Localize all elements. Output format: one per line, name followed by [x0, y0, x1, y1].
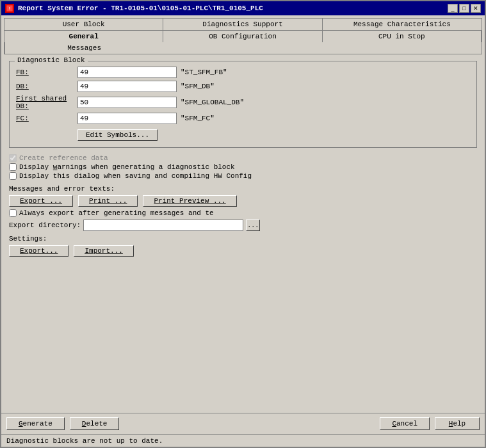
window-title: Report System Error - TR1-0105-01\0105-0… [18, 4, 263, 12]
app-icon: ! [5, 4, 14, 13]
tab-cpu-in-stop[interactable]: CPU in Stop [323, 31, 482, 42]
tab-user-block[interactable]: User Block [4, 19, 163, 30]
title-bar: ! Report System Error - TR1-0105-01\0105… [1, 1, 485, 15]
close-button[interactable]: ✕ [471, 4, 481, 13]
tab-messages[interactable]: Messages [4, 42, 163, 54]
messages-section: Messages and error texts: Export ... Pri… [9, 185, 477, 231]
window-controls: _ □ ✕ [448, 4, 481, 13]
db-row: DB: "SFM_DB" [16, 81, 470, 92]
minimize-button[interactable]: _ [448, 4, 458, 13]
checkboxes-section: Create reference data Display warnings w… [9, 154, 477, 181]
display-warnings-label: Display warnings when generating a diagn… [19, 163, 235, 171]
help-button[interactable]: Help [435, 417, 480, 430]
first-shared-db-row: First shared DB: "SFM_GLOBAL_DB" [16, 95, 470, 110]
fc-symbol: "SFM_FC" [181, 115, 215, 122]
tab-diagnostics-support[interactable]: Diagnostics Support [163, 19, 322, 30]
settings-export-button[interactable]: Export... [9, 245, 69, 257]
fb-label: FB: [16, 68, 74, 76]
always-export-label: Always export after generating messages … [19, 209, 214, 217]
bottom-left-buttons: Generate Delete [6, 417, 119, 430]
edit-symbols-button[interactable]: Edit Symbols... [77, 129, 158, 141]
diagnostic-block-group: Diagnostic Block FB: "ST_SFM_FB" DB: "SF… [9, 61, 477, 148]
tab-message-characteristics[interactable]: Message Characteristics [323, 19, 482, 30]
fb-input[interactable] [77, 67, 177, 78]
generate-button[interactable]: Generate [6, 417, 65, 430]
tab-general[interactable]: General [4, 31, 163, 42]
content-area: User Block Diagnostics Support Message C… [1, 15, 485, 413]
status-text: Diagnostic blocks are not up to date. [6, 437, 163, 445]
diagnostic-block-legend: Diagnostic Block [15, 56, 88, 64]
bottom-bar: Generate Delete Cancel Help [1, 413, 485, 434]
display-warnings-row: Display warnings when generating a diagn… [9, 163, 477, 171]
always-export-row: Always export after generating messages … [9, 209, 477, 217]
tab-ob-configuration[interactable]: OB Configuration [163, 31, 322, 42]
tab-container: User Block Diagnostics Support Message C… [4, 18, 482, 54]
display-dialog-checkbox[interactable] [9, 172, 17, 180]
create-ref-data-checkbox[interactable] [9, 154, 17, 162]
svg-text:!: ! [8, 6, 11, 12]
create-ref-data-row: Create reference data [9, 154, 477, 162]
fc-row: FC: "SFM_FC" [16, 113, 470, 124]
export-dir-label: Export directory: [9, 221, 81, 229]
first-shared-db-label: First shared DB: [16, 95, 74, 110]
display-dialog-row: Display this dialog when saving and comp… [9, 172, 477, 180]
db-input[interactable] [77, 81, 177, 92]
browse-button[interactable]: ... [246, 220, 260, 231]
always-export-checkbox[interactable] [9, 209, 17, 217]
tab-row-2: General OB Configuration CPU in Stop Mes… [4, 31, 482, 54]
main-window: ! Report System Error - TR1-0105-01\0105… [0, 0, 486, 448]
fb-symbol: "ST_SFM_FB" [181, 68, 227, 76]
create-ref-data-label: Create reference data [19, 154, 108, 162]
settings-button-row: Export... Import... [9, 245, 477, 257]
maximize-button[interactable]: □ [459, 4, 469, 13]
bottom-right-buttons: Cancel Help [380, 417, 480, 430]
display-warnings-checkbox[interactable] [9, 163, 17, 171]
export-button[interactable]: Export ... [9, 195, 73, 207]
db-label: DB: [16, 83, 74, 90]
export-dir-row: Export directory: ... [9, 220, 477, 231]
delete-button[interactable]: Delete [70, 417, 120, 430]
messages-button-row: Export ... Print ... Print Preview ... [9, 195, 477, 207]
export-dir-input[interactable] [83, 220, 243, 231]
status-bar: Diagnostic blocks are not up to date. [1, 434, 485, 447]
tab-row-1: User Block Diagnostics Support Message C… [4, 19, 482, 31]
fc-label: FC: [16, 115, 74, 122]
display-dialog-label: Display this dialog when saving and comp… [19, 172, 252, 180]
fc-input[interactable] [77, 113, 177, 124]
db-symbol: "SFM_DB" [181, 83, 215, 90]
cancel-button[interactable]: Cancel [380, 417, 430, 430]
first-shared-db-input[interactable] [77, 97, 177, 108]
settings-label: Settings: [9, 235, 477, 243]
settings-section: Settings: Export... Import... [9, 235, 477, 259]
title-bar-left: ! Report System Error - TR1-0105-01\0105… [5, 4, 263, 13]
messages-section-label: Messages and error texts: [9, 185, 477, 193]
print-button[interactable]: Print ... [78, 195, 138, 207]
settings-import-button[interactable]: Import... [74, 245, 133, 257]
print-preview-button[interactable]: Print Preview ... [143, 195, 236, 207]
fb-row: FB: "ST_SFM_FB" [16, 67, 470, 78]
first-shared-db-symbol: "SFM_GLOBAL_DB" [181, 99, 244, 106]
main-panel: Diagnostic Block FB: "ST_SFM_FB" DB: "SF… [4, 58, 482, 410]
